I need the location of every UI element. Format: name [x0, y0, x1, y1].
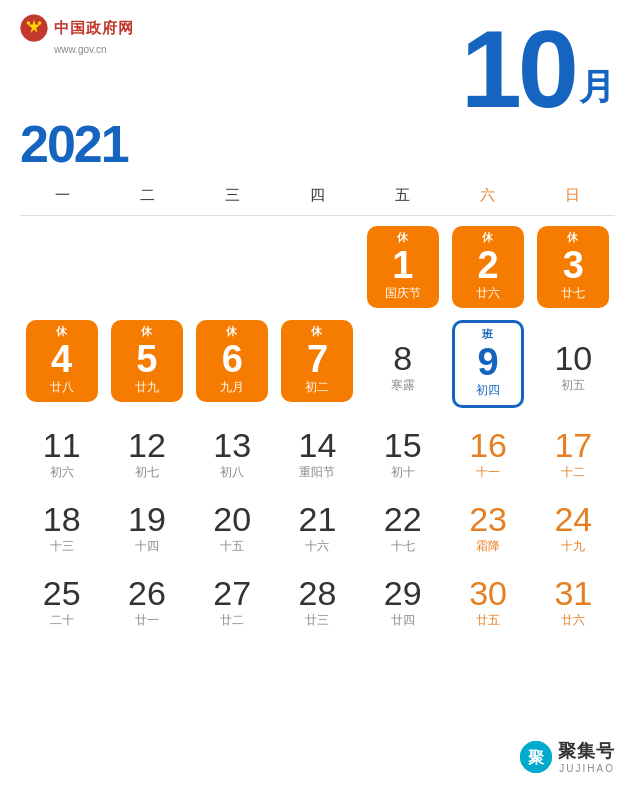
day-lunar-5: 廿九	[135, 379, 159, 396]
day-num-7: 7	[307, 340, 328, 378]
day-empty-4	[276, 222, 359, 312]
day-2: 休 2 廿六	[446, 222, 529, 312]
day-21: 21 十六	[276, 490, 359, 560]
day-lunar-26: 廿一	[135, 612, 159, 629]
weekday-thu: 四	[275, 182, 360, 209]
day-card-2: 休 2 廿六	[452, 226, 524, 308]
month-display: 10 月	[461, 14, 615, 124]
day-num-18: 18	[43, 502, 81, 536]
day-27: 27 廿二	[191, 564, 274, 634]
emblem-icon	[20, 14, 48, 42]
day-lunar-8: 寒露	[391, 377, 415, 394]
day-card-6: 休 6 九月	[196, 320, 268, 402]
day-23: 23 霜降	[446, 490, 529, 560]
day-card-4: 休 4 廿八	[26, 320, 98, 402]
day-lunar-9: 初四	[476, 382, 500, 399]
day-lunar-25: 二十	[50, 612, 74, 629]
day-12: 12 初七	[105, 416, 188, 486]
day-lunar-15: 初十	[391, 464, 415, 481]
day-13: 13 初八	[191, 416, 274, 486]
footer-name: 聚集号	[558, 739, 615, 763]
day-lunar-11: 初六	[50, 464, 74, 481]
day-card-7: 休 7 初二	[281, 320, 353, 402]
weekday-header: 一 二 三 四 五 六 日	[20, 182, 615, 209]
day-lunar-7: 初二	[305, 379, 329, 396]
day-lunar-24: 十九	[561, 538, 585, 555]
day-lunar-16: 十一	[476, 464, 500, 481]
logo-text: 中国政府网	[54, 19, 134, 38]
badge-9: 班	[482, 327, 494, 342]
day-30: 30 廿五	[446, 564, 529, 634]
day-card-5: 休 5 廿九	[111, 320, 183, 402]
day-11: 11 初六	[20, 416, 103, 486]
day-num-31: 31	[554, 576, 592, 610]
logo-row: 中国政府网	[20, 14, 134, 42]
day-num-2: 2	[477, 246, 498, 284]
logo-url: www.gov.cn	[54, 44, 107, 55]
logo-area: 中国政府网 www.gov.cn	[20, 14, 134, 55]
day-lunar-1: 国庆节	[385, 285, 421, 302]
weekday-wed: 三	[190, 182, 275, 209]
weekday-sun: 日	[530, 182, 615, 209]
day-lunar-10: 初五	[561, 377, 585, 394]
day-6: 休 6 九月	[191, 316, 274, 412]
day-1: 休 1 国庆节	[361, 222, 444, 312]
day-num-11: 11	[43, 428, 81, 462]
day-26: 26 廿一	[105, 564, 188, 634]
day-empty-2	[105, 222, 188, 312]
day-num-26: 26	[128, 576, 166, 610]
day-card-3: 休 3 廿七	[537, 226, 609, 308]
day-lunar-14: 重阳节	[299, 464, 335, 481]
day-num-16: 16	[469, 428, 507, 462]
day-lunar-18: 十三	[50, 538, 74, 555]
day-28: 28 廿三	[276, 564, 359, 634]
day-25: 25 二十	[20, 564, 103, 634]
footer-logo-icon: 聚	[520, 741, 552, 773]
day-num-29: 29	[384, 576, 422, 610]
day-29: 29 廿四	[361, 564, 444, 634]
day-31: 31 廿六	[532, 564, 615, 634]
day-num-9: 9	[477, 343, 498, 381]
day-num-24: 24	[554, 502, 592, 536]
day-num-13: 13	[213, 428, 251, 462]
day-num-3: 3	[563, 246, 584, 284]
day-lunar-31: 廿六	[561, 612, 585, 629]
day-9: 班 9 初四	[446, 316, 529, 412]
day-lunar-19: 十四	[135, 538, 159, 555]
day-num-27: 27	[213, 576, 251, 610]
day-lunar-30: 廿五	[476, 612, 500, 629]
badge-1: 休	[397, 230, 409, 245]
day-lunar-27: 廿二	[220, 612, 244, 629]
day-3: 休 3 廿七	[532, 222, 615, 312]
day-15: 15 初十	[361, 416, 444, 486]
day-22: 22 十七	[361, 490, 444, 560]
day-5: 休 5 廿九	[105, 316, 188, 412]
day-20: 20 十五	[191, 490, 274, 560]
day-lunar-22: 十七	[391, 538, 415, 555]
day-empty-3	[191, 222, 274, 312]
svg-point-2	[27, 21, 31, 25]
day-lunar-29: 廿四	[391, 612, 415, 629]
month-char: 月	[579, 63, 615, 124]
day-lunar-6: 九月	[220, 379, 244, 396]
day-num-30: 30	[469, 576, 507, 610]
day-empty-1	[20, 222, 103, 312]
day-num-8: 8	[393, 341, 412, 375]
day-8: 8 寒露	[361, 316, 444, 412]
day-lunar-20: 十五	[220, 538, 244, 555]
day-lunar-13: 初八	[220, 464, 244, 481]
day-lunar-3: 廿七	[561, 285, 585, 302]
weekday-fri: 五	[360, 182, 445, 209]
month-number: 10	[461, 14, 575, 124]
day-num-20: 20	[213, 502, 251, 536]
day-10: 10 初五	[532, 316, 615, 412]
day-card-9: 班 9 初四	[452, 320, 524, 408]
day-num-6: 6	[222, 340, 243, 378]
day-lunar-2: 廿六	[476, 285, 500, 302]
day-24: 24 十九	[532, 490, 615, 560]
day-num-25: 25	[43, 576, 81, 610]
day-num-21: 21	[299, 502, 337, 536]
day-num-12: 12	[128, 428, 166, 462]
day-num-28: 28	[299, 576, 337, 610]
day-num-19: 19	[128, 502, 166, 536]
